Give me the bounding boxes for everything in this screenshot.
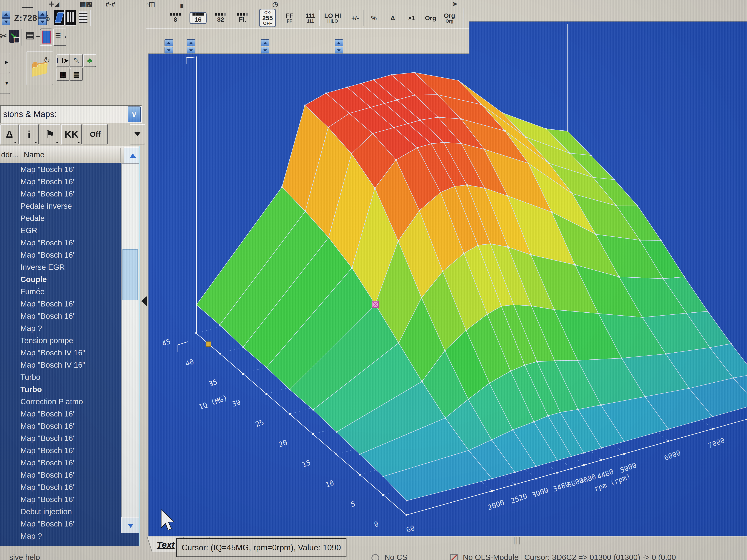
rpm-tick-mark <box>600 459 602 461</box>
scrollbar-thumb[interactable] <box>123 249 138 300</box>
maps-list[interactable]: Map "Bosch 16"Map "Bosch 16"Map "Bosch 1… <box>0 163 121 546</box>
map-list-item-label: EGR <box>20 226 37 235</box>
map-list-item[interactable]: Fumée <box>0 286 121 298</box>
panel-dropdown-button[interactable] <box>130 124 145 144</box>
map-3d-view[interactable]: 4540353025201510506020002520300034803800… <box>146 20 747 537</box>
mesh-node <box>440 192 441 193</box>
map-list-item[interactable]: Map "Bosch 16" <box>0 249 121 261</box>
map-list-item[interactable]: Map ? <box>0 322 121 335</box>
spin-down-icon[interactable] <box>2 18 10 25</box>
map-list-item[interactable]: Map "Bosch 16" <box>0 237 121 249</box>
column-divider[interactable] <box>18 148 18 162</box>
map-list-item[interactable]: Map "Bosch 16" <box>0 188 121 200</box>
mesh-node <box>465 330 467 331</box>
map-list-item[interactable]: Map "Bosch IV 16" <box>0 359 121 371</box>
edge-button-1[interactable]: ▸ <box>0 53 10 73</box>
rpm-tick-mark <box>712 428 714 430</box>
mesh-node <box>642 317 643 318</box>
page-icon: ❏ <box>14 36 20 45</box>
map-list-item[interactable]: Map "Bosch 16" <box>0 176 121 188</box>
window-settings-button[interactable]: ▦ <box>70 68 83 81</box>
map-list-item[interactable]: Map "Bosch 16" <box>0 494 121 506</box>
scrollbar-track[interactable] <box>121 163 139 518</box>
map-list-item[interactable]: Correction P atmo <box>0 396 121 408</box>
tree-view-button[interactable]: ♣ <box>83 54 96 67</box>
list-export-button[interactable]: ☰→ <box>53 28 66 46</box>
map-list-item[interactable]: Map "Bosch 16" <box>0 408 121 420</box>
map-list-item[interactable]: Map "Bosch 16" <box>0 445 121 457</box>
iq-tick-mark <box>312 433 314 435</box>
corner-dropdown-icon <box>34 138 39 143</box>
cursor-cell-marker[interactable] <box>206 342 211 346</box>
mesh-node <box>421 381 422 382</box>
filter-button-off[interactable]: Off <box>83 124 108 144</box>
map-list-item[interactable]: Map "Bosch 16" <box>0 298 121 310</box>
zoom-spinner[interactable] <box>2 11 10 25</box>
collapse-panel-icon[interactable] <box>141 296 147 306</box>
import-button[interactable]: ↘ ❏ <box>9 30 19 43</box>
page-icon: ❏➤ <box>57 56 69 64</box>
edit-wizard-button[interactable]: ✎ <box>70 54 83 67</box>
map-list-item[interactable]: Map "Bosch 16" <box>0 163 121 176</box>
column-header-addr[interactable]: ddr... <box>1 150 18 159</box>
scroll-down-button[interactable] <box>121 517 140 534</box>
map-list-item[interactable]: Inverse EGR <box>0 261 121 273</box>
mesh-node <box>384 103 385 104</box>
map-list-item[interactable]: EGR <box>0 224 121 237</box>
map-list-item[interactable]: Map "Bosch 16" <box>0 457 121 469</box>
map-list-item[interactable]: Pedale <box>0 212 121 224</box>
copy-window-button[interactable]: ▣ <box>56 68 70 81</box>
map-list-item[interactable]: Map "Bosch 16" <box>0 420 121 432</box>
map-list-item[interactable]: Map "Bosch 16" <box>0 481 121 494</box>
map-list-item-label: Map "Bosch IV 16" <box>20 348 85 357</box>
spin-up-icon[interactable] <box>38 11 47 18</box>
map-list-item[interactable]: Map "Bosch 16" <box>0 518 121 530</box>
map-list-item[interactable]: Debut injection <box>0 506 121 518</box>
map-list-item[interactable]: Map "Bosch 16" <box>0 310 121 322</box>
filter-button-kk[interactable]: KK <box>61 124 82 144</box>
map-list-item-label: Map ? <box>20 532 42 540</box>
maps-panel-combo[interactable]: sions & Maps: ∨ <box>0 105 142 124</box>
zoom-spinner-2[interactable] <box>38 11 47 25</box>
toolbar-row-3: ✂ ↘ ❏ ▤→ ☰→ <box>0 28 146 48</box>
mesh-node <box>395 159 397 161</box>
mesh-node <box>444 350 445 351</box>
map-list-item[interactable]: Map ? <box>0 530 121 542</box>
mesh-node <box>328 127 329 128</box>
view-2d-bars-button[interactable] <box>65 10 76 26</box>
map-list-item[interactable]: Map "Bosch 16" <box>0 469 121 481</box>
open-project-button[interactable]: 📁 ↻ <box>26 52 53 85</box>
filter-button-flag[interactable]: Δ <box>0 124 19 144</box>
table-view-icon[interactable] <box>79 11 87 23</box>
map-list-item[interactable]: Tension pompe <box>0 335 121 347</box>
map-list-item-label: Map "Bosch 16" <box>20 312 76 320</box>
map-list-item[interactable]: Map "Bosch 16" <box>0 432 121 445</box>
map-list-item[interactable]: Pedale inverse <box>0 200 121 212</box>
new-window-button[interactable]: ❏➤ <box>56 54 70 67</box>
pencil-icon: ✎ <box>73 56 79 65</box>
combo-dropdown-button[interactable]: ∨ <box>128 106 140 122</box>
filter-button-label: i <box>28 129 30 140</box>
filter-button-i[interactable]: i <box>19 124 39 144</box>
column-divider[interactable] <box>121 148 121 162</box>
iq-tick-mark <box>336 454 337 455</box>
map-list-item[interactable]: Turbo <box>0 383 121 396</box>
view-3d-button[interactable] <box>54 10 65 26</box>
active-view-button[interactable] <box>40 28 52 46</box>
mesh-node <box>707 311 709 312</box>
mesh-node <box>524 365 525 366</box>
map-list-item[interactable]: Turbo <box>0 371 121 383</box>
mesh-node <box>536 361 538 362</box>
spin-up-icon[interactable] <box>2 11 10 18</box>
edge-button-2[interactable]: ▾ <box>0 74 10 94</box>
status-cursor-info: Cursor: 3D6C2 => 01300 (01300) -> 0 (0.0… <box>524 553 747 560</box>
map-list-item[interactable]: Map "Bosch IV 16" <box>0 347 121 359</box>
map-list-item[interactable]: Couple <box>0 273 121 286</box>
filter-button-flag[interactable]: ⚑ <box>40 124 60 144</box>
mesh-node <box>393 127 394 128</box>
panel-splitter[interactable] <box>138 146 148 546</box>
column-divider[interactable] <box>118 148 119 162</box>
column-header-name[interactable]: Name <box>24 150 45 159</box>
spin-down-icon[interactable] <box>38 18 47 25</box>
rpm-tick-mark <box>491 490 493 492</box>
